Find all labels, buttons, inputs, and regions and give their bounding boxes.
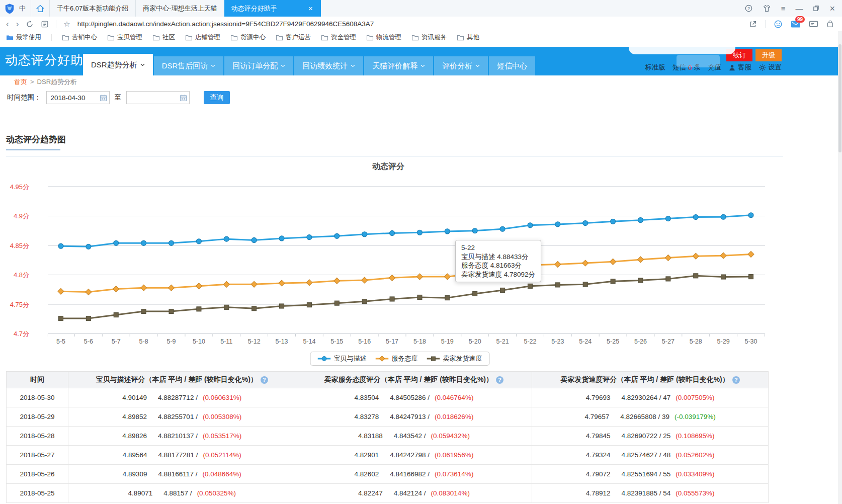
bookmark-item[interactable]: 营销中心 xyxy=(62,33,97,42)
bookmark-item[interactable]: 店铺管理 xyxy=(185,33,220,42)
folder-icon xyxy=(276,35,283,41)
divider xyxy=(51,34,52,41)
bookmark-label: 货源中心 xyxy=(240,33,266,42)
bookmark-item[interactable]: 货源中心 xyxy=(230,33,266,42)
x-axis-label: 5-23 xyxy=(551,338,564,345)
customer-service-link[interactable]: 客服 xyxy=(728,63,751,72)
scrollbar-thumb[interactable] xyxy=(838,44,841,152)
tab-bar-spacer xyxy=(321,0,738,17)
calendar-icon[interactable] xyxy=(100,94,107,102)
date-cell: 2018-05-30 xyxy=(7,388,68,407)
bookmark-item[interactable]: 最常使用 xyxy=(6,33,41,42)
reader-mode-icon[interactable] xyxy=(41,20,49,28)
minimize-icon[interactable]: — xyxy=(795,5,803,12)
help-icon[interactable]: ? xyxy=(496,376,503,384)
refresh-icon[interactable] xyxy=(26,20,34,28)
bookmark-label: 最常使用 xyxy=(16,33,41,42)
bookmark-item[interactable]: 客户运营 xyxy=(276,33,311,42)
upgrade-button[interactable]: 升级 xyxy=(755,49,782,61)
help-icon[interactable]: ? xyxy=(732,376,740,384)
browser-logo-icon[interactable] xyxy=(4,3,15,15)
average-score: 4.843542 / xyxy=(394,432,426,440)
settings-link[interactable]: 设置 xyxy=(759,63,782,72)
date-range-filter: 时间范围： 2018-04-30 至 查询 xyxy=(7,91,230,104)
score-cell: 4.895644.88177281 /(0.052114%) xyxy=(68,446,296,465)
x-axis-label: 5-12 xyxy=(248,338,261,345)
breadcrumb-home-link[interactable]: 首页 xyxy=(14,78,27,86)
change-percent: (0.048664%) xyxy=(202,470,241,478)
home-tab-button[interactable] xyxy=(31,0,49,17)
dsr-score-table: 时间宝贝与描述评分（本店 平均 / 差距 (较昨日变化%)）?卖家服务态度评分（… xyxy=(6,371,769,503)
help-icon[interactable]: ? xyxy=(745,5,752,12)
tab-close-icon[interactable]: × xyxy=(307,4,314,13)
bookmark-item[interactable]: 宝贝管理 xyxy=(107,33,142,42)
average-score: 4.842124 / xyxy=(394,489,426,497)
nav-tab-回访绩效统计[interactable]: 回访绩效统计 xyxy=(294,56,363,75)
nav-tab-短信中心[interactable]: 短信中心 xyxy=(489,56,535,75)
date-cell: 2018-05-26 xyxy=(7,465,68,484)
y-axis-label: 4.75分 xyxy=(10,301,29,308)
nav-tab-label: DSR趋势分析 xyxy=(91,55,137,74)
messages-icon[interactable]: 99 xyxy=(791,20,801,28)
folder-icon xyxy=(152,35,160,41)
average-score: 4.84242798 / xyxy=(390,451,430,459)
app-market-bag-icon[interactable] xyxy=(826,20,834,28)
person-icon xyxy=(728,64,736,71)
legend-item-卖家发货速度[interactable]: 卖家发货速度 xyxy=(427,354,482,363)
average-score: 4.82551694 / 55 xyxy=(622,470,671,478)
menu-icon[interactable]: ≡ xyxy=(781,5,786,12)
message-count-badge: 99 xyxy=(795,16,805,23)
card-panel-icon[interactable] xyxy=(809,20,818,28)
browser-tab[interactable]: 动态评分好助手× xyxy=(224,0,321,17)
folder-icon xyxy=(6,35,14,41)
favorite-star-icon[interactable]: ☆ xyxy=(63,20,70,28)
help-icon[interactable]: ? xyxy=(261,376,268,384)
start-date-input[interactable]: 2018-04-30 xyxy=(46,91,110,104)
x-axis-label: 5-8 xyxy=(139,338,148,345)
nav-tab-label: 回访绩效统计 xyxy=(302,56,348,75)
vertical-scrollbar[interactable] xyxy=(838,31,842,504)
login-avatar-icon[interactable] xyxy=(774,20,783,29)
back-icon[interactable]: ‹ xyxy=(6,20,9,28)
x-axis-label: 5-29 xyxy=(717,338,730,345)
x-axis-label: 5-6 xyxy=(84,338,93,345)
change-percent: (0.108695%) xyxy=(676,432,714,440)
browser-tab[interactable]: 千牛6.07版本新功能介绍 xyxy=(49,0,135,17)
nav-tab-天猫评价解释[interactable]: 天猫评价解释 xyxy=(364,56,433,75)
bookmark-item[interactable]: 物流管理 xyxy=(366,33,401,42)
bookmark-item[interactable]: 社区 xyxy=(152,33,175,42)
nav-tab-回访订单分配[interactable]: 回访订单分配 xyxy=(224,56,293,75)
nav-tab-DSR售后回访[interactable]: DSR售后回访 xyxy=(154,56,224,75)
x-axis-label: 5-10 xyxy=(193,338,205,345)
x-axis-label: 5-24 xyxy=(579,338,592,345)
medal-icon[interactable]: 中 xyxy=(19,4,26,13)
restore-icon[interactable] xyxy=(813,5,819,12)
average-score: 4.88177281 / xyxy=(158,451,198,459)
close-window-icon[interactable]: × xyxy=(829,4,835,13)
browser-tab[interactable]: 商家中心-理想生活上天猫 xyxy=(135,0,224,17)
bookmark-item[interactable]: 资金管理 xyxy=(321,33,356,42)
shop-score: 4.83504 xyxy=(354,394,379,401)
bookmark-item[interactable]: 其他 xyxy=(457,33,479,42)
forward-icon[interactable]: › xyxy=(16,20,19,28)
bookmark-label: 店铺管理 xyxy=(195,33,220,42)
query-button[interactable]: 查询 xyxy=(204,91,230,104)
nav-tab-DSR趋势分析[interactable]: DSR趋势分析 xyxy=(83,54,153,75)
shop-score: 4.78912 xyxy=(586,489,611,497)
date-range-label: 时间范围： xyxy=(7,93,41,102)
end-date-input[interactable] xyxy=(126,91,190,104)
change-percent: (0.005308%) xyxy=(203,413,241,421)
legend-item-宝贝与描述[interactable]: 宝贝与描述 xyxy=(318,354,367,363)
chevron-down-icon xyxy=(281,64,285,67)
url-text[interactable]: http://pingfen.dadaowl.cn/indexAction.ac… xyxy=(77,20,742,28)
share-external-icon[interactable] xyxy=(749,20,757,28)
legend-marker-icon xyxy=(376,356,389,362)
bookmark-item[interactable]: 资讯服务 xyxy=(411,33,447,42)
nav-tab-评价分析[interactable]: 评价分析 xyxy=(434,56,488,75)
shop-score: 4.79657 xyxy=(585,413,610,421)
calendar-icon[interactable] xyxy=(180,94,187,102)
legend-item-服务态度[interactable]: 服务态度 xyxy=(376,354,418,363)
skin-theme-icon[interactable] xyxy=(763,5,771,12)
table-header-score: 卖家服务态度评分（本店 平均 / 差距 (较昨日变化%)）? xyxy=(296,372,532,388)
dsr-trend-chart: 动态评分4.95分4.9分4.85分4.8分4.75分4.7分5-55-65-7… xyxy=(0,157,785,351)
